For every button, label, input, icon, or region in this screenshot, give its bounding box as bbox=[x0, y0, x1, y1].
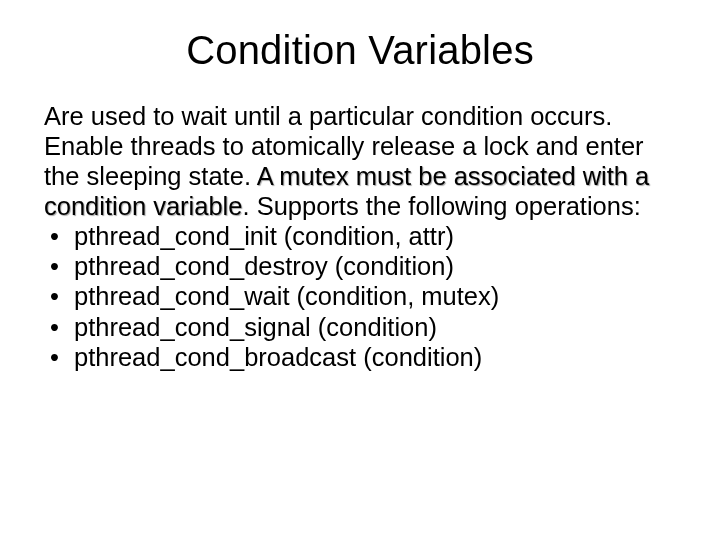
slide: Condition Variables Are used to wait unt… bbox=[0, 0, 720, 540]
slide-body: Are used to wait until a particular cond… bbox=[44, 101, 676, 372]
list-item: pthread_cond_wait (condition, mutex) bbox=[44, 281, 676, 311]
list-item-label: pthread_cond_wait (condition, mutex) bbox=[74, 282, 499, 310]
list-item: pthread_cond_init (condition, attr) bbox=[44, 221, 676, 251]
intro-paragraph: Are used to wait until a particular cond… bbox=[44, 101, 676, 221]
list-item-label: pthread_cond_broadcast (condition) bbox=[74, 343, 482, 371]
intro-text-2: . Supports the following operations: bbox=[242, 192, 640, 220]
list-item-label: pthread_cond_destroy (condition) bbox=[74, 252, 454, 280]
list-item-label: pthread_cond_init (condition, attr) bbox=[74, 222, 454, 250]
bullet-list: pthread_cond_init (condition, attr) pthr… bbox=[44, 221, 676, 371]
list-item-label: pthread_cond_signal (condition) bbox=[74, 313, 437, 341]
list-item: pthread_cond_destroy (condition) bbox=[44, 251, 676, 281]
list-item: pthread_cond_broadcast (condition) bbox=[44, 342, 676, 372]
list-item: pthread_cond_signal (condition) bbox=[44, 312, 676, 342]
slide-title: Condition Variables bbox=[44, 28, 676, 73]
